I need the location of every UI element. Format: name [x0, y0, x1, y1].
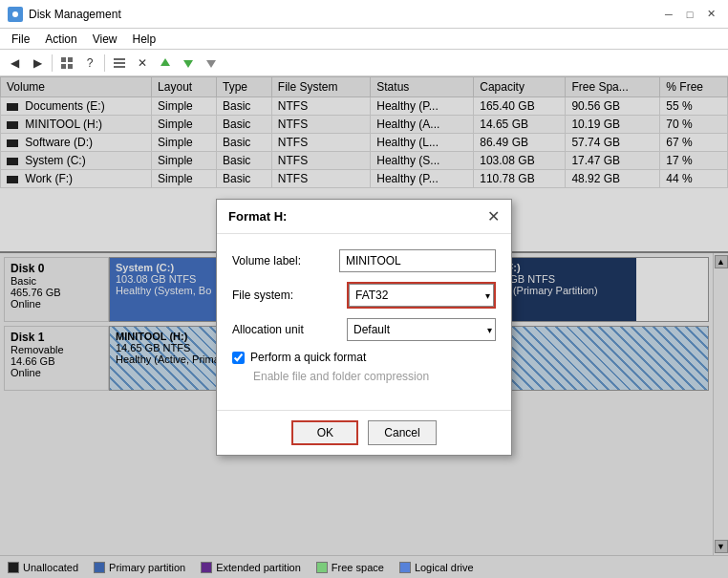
quick-format-row: Perform a quick format — [232, 351, 496, 364]
svg-rect-8 — [114, 66, 125, 68]
svg-point-1 — [12, 11, 18, 17]
svg-rect-2 — [61, 57, 66, 62]
allocation-label: Allocation unit — [232, 323, 347, 336]
list-button[interactable] — [109, 53, 130, 74]
allocation-row: Allocation unit Default 512 1024 2048 40… — [232, 318, 496, 341]
forward-button[interactable]: ▶ — [27, 53, 48, 74]
window-title: Disk Management — [29, 8, 121, 21]
format-modal: Format H: ✕ Volume label: File system: F… — [216, 199, 512, 456]
menu-view[interactable]: View — [85, 31, 125, 47]
main-content: Volume Layout Type File System Status Ca… — [0, 76, 728, 578]
toolbar-separator-1 — [52, 54, 53, 72]
svg-marker-11 — [206, 60, 216, 68]
svg-rect-5 — [68, 64, 73, 69]
quick-format-label[interactable]: Perform a quick format — [250, 351, 366, 364]
ok-button[interactable]: OK — [291, 420, 358, 445]
cancel-button[interactable]: Cancel — [368, 420, 436, 445]
svg-marker-9 — [161, 58, 170, 66]
modal-overlay: Format H: ✕ Volume label: File system: F… — [0, 76, 728, 578]
file-system-row: File system: FAT32 NTFS exFAT ▾ — [232, 282, 496, 309]
menu-file[interactable]: File — [4, 31, 37, 47]
delete-button[interactable]: ✕ — [132, 53, 153, 74]
svg-rect-3 — [68, 57, 73, 62]
file-system-select-wrap: FAT32 NTFS exFAT ▾ — [347, 282, 496, 309]
menu-action[interactable]: Action — [37, 31, 84, 47]
volume-label-label: Volume label: — [232, 254, 339, 268]
volume-label-input[interactable] — [339, 249, 496, 272]
maximize-button[interactable]: □ — [680, 5, 699, 24]
menu-bar: File Action View Help — [0, 29, 728, 50]
quick-format-checkbox[interactable] — [232, 352, 245, 364]
modal-footer: OK Cancel — [217, 410, 511, 455]
help-button[interactable]: ? — [79, 53, 100, 74]
compression-label: Enable file and folder compression — [253, 370, 496, 383]
menu-help[interactable]: Help — [125, 31, 164, 47]
file-system-select[interactable]: FAT32 NTFS exFAT — [349, 284, 494, 307]
volume-label-row: Volume label: — [232, 249, 496, 272]
app-icon — [8, 7, 23, 22]
back-button[interactable]: ◀ — [4, 53, 25, 74]
down2-button[interactable] — [201, 53, 222, 74]
modal-close-button[interactable]: ✕ — [487, 207, 500, 225]
window-controls: ─ □ ✕ — [659, 5, 720, 24]
allocation-select[interactable]: Default 512 1024 2048 4096 — [347, 318, 496, 341]
svg-rect-6 — [114, 58, 125, 60]
title-bar: Disk Management ─ □ ✕ — [0, 0, 728, 29]
file-system-label: File system: — [232, 289, 347, 302]
toolbar-separator-2 — [104, 54, 105, 72]
allocation-select-wrap: Default 512 1024 2048 4096 ▾ — [347, 318, 496, 341]
up-button[interactable] — [155, 53, 176, 74]
close-button[interactable]: ✕ — [701, 5, 720, 24]
svg-rect-7 — [114, 62, 125, 64]
modal-body: Volume label: File system: FAT32 NTFS ex… — [217, 234, 511, 410]
svg-rect-4 — [61, 64, 66, 69]
modal-title-bar: Format H: ✕ — [217, 200, 511, 234]
toolbar: ◀ ▶ ? ✕ — [0, 50, 728, 76]
down-button[interactable] — [178, 53, 199, 74]
minimize-button[interactable]: ─ — [659, 5, 678, 24]
svg-marker-10 — [183, 60, 193, 68]
view-button[interactable] — [56, 53, 77, 74]
modal-title-text: Format H: — [228, 209, 287, 224]
